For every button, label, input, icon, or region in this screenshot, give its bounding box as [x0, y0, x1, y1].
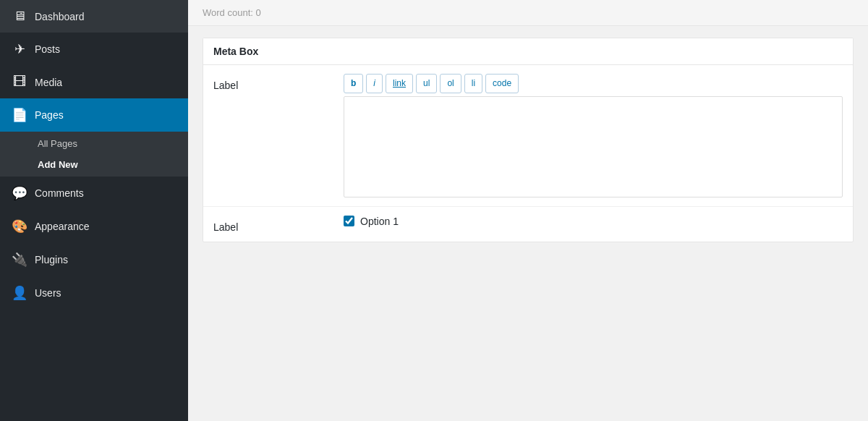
plugins-icon: 🔌: [12, 252, 27, 268]
main-content: Word count: 0 Meta Box Label b i link ul…: [188, 0, 868, 421]
posts-icon: ✈: [12, 41, 27, 57]
field-control-editor: b i link ul ol li code: [344, 74, 843, 197]
toolbar-ul-button[interactable]: ul: [416, 74, 437, 93]
toolbar-ol-button[interactable]: ol: [440, 74, 461, 93]
field-control-checkbox: Option 1: [344, 216, 843, 227]
sidebar-item-users[interactable]: 👤 Users: [0, 276, 188, 310]
appearance-icon: 🎨: [12, 218, 27, 234]
sidebar-item-comments[interactable]: 💬 Comments: [0, 177, 188, 210]
users-icon: 👤: [12, 285, 27, 301]
sidebar-item-plugins[interactable]: 🔌 Plugins: [0, 243, 188, 276]
field-label-editor: Label: [213, 74, 329, 91]
sidebar: 🖥 Dashboard ✈ Posts 🎞 Media 📄 Pages All …: [0, 0, 188, 421]
meta-box-title: Meta Box: [203, 38, 853, 65]
toolbar-link-button[interactable]: link: [386, 74, 413, 93]
media-icon: 🎞: [12, 75, 27, 90]
toolbar-li-button[interactable]: li: [464, 74, 482, 93]
checkbox-label-row[interactable]: Option 1: [344, 216, 843, 227]
editor-toolbar: b i link ul ol li code: [344, 74, 843, 93]
pages-submenu: All Pages Add New: [0, 132, 188, 177]
sidebar-item-label: Dashboard: [35, 11, 85, 22]
pages-icon: 📄: [12, 107, 27, 123]
sidebar-item-label: Users: [35, 287, 61, 299]
field-label-checkbox: Label: [213, 216, 329, 233]
editor-textarea[interactable]: [344, 96, 843, 197]
sidebar-item-label: Comments: [35, 187, 84, 199]
sidebar-item-add-new[interactable]: Add New: [0, 154, 188, 175]
comments-icon: 💬: [12, 185, 27, 201]
sidebar-item-posts[interactable]: ✈ Posts: [0, 33, 188, 66]
field-row-checkbox: Label Option 1: [203, 206, 853, 242]
sidebar-item-appearance[interactable]: 🎨 Appearance: [0, 210, 188, 243]
sidebar-item-label: Posts: [35, 43, 60, 55]
sidebar-item-pages[interactable]: 📄 Pages: [0, 98, 188, 132]
field-row-editor: Label b i link ul ol li code: [203, 65, 853, 206]
sidebar-item-media[interactable]: 🎞 Media: [0, 66, 188, 98]
word-count-bar: Word count: 0: [188, 0, 868, 26]
toolbar-bold-button[interactable]: b: [344, 74, 363, 93]
option1-checkbox[interactable]: [344, 216, 354, 226]
sidebar-item-dashboard[interactable]: 🖥 Dashboard: [0, 0, 188, 33]
toolbar-italic-button[interactable]: i: [366, 74, 383, 93]
dashboard-icon: 🖥: [12, 9, 27, 24]
sidebar-item-all-pages[interactable]: All Pages: [0, 133, 188, 154]
meta-box: Meta Box Label b i link ul ol li code La…: [203, 38, 854, 242]
toolbar-code-button[interactable]: code: [485, 74, 519, 93]
checkbox-option-label: Option 1: [360, 216, 399, 227]
sidebar-item-label: Media: [35, 77, 62, 88]
sidebar-item-label: Appearance: [35, 221, 90, 232]
sidebar-item-label: Pages: [35, 109, 64, 121]
word-count-text: Word count: 0: [203, 7, 261, 18]
sidebar-item-label: Plugins: [35, 254, 68, 265]
